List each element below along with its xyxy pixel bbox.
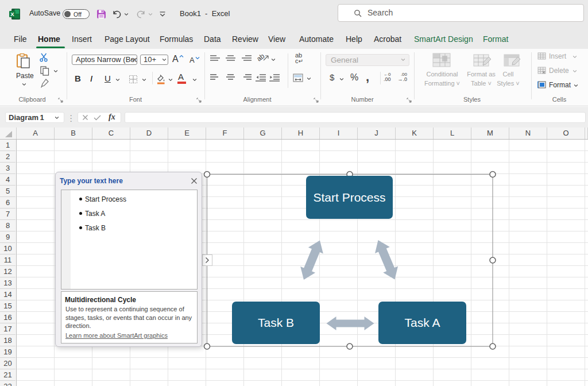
- svg-text:X: X: [10, 11, 14, 17]
